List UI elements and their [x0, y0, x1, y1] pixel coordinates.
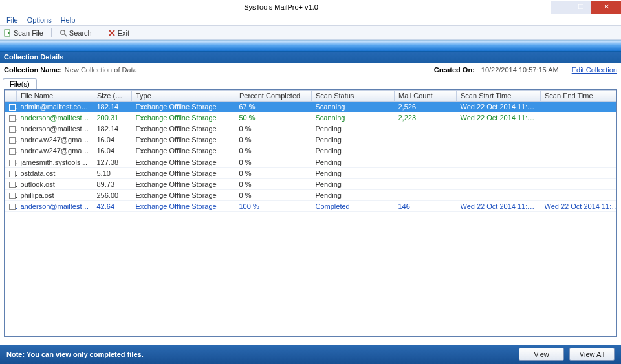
cell: Pending — [312, 123, 395, 134]
cell: Exchange Offline Storage — [132, 134, 235, 145]
cell: 0 % — [235, 123, 312, 134]
col-percent[interactable]: Percent Completed — [235, 91, 312, 102]
cell — [5, 200, 17, 211]
window-title: SysTools MailPro+ v1.0 — [12, 3, 550, 11]
col-start-time[interactable]: Scan Start Time — [457, 91, 541, 102]
row-checkbox[interactable] — [9, 137, 16, 144]
cell: Scanning — [312, 102, 395, 112]
cell — [541, 134, 618, 145]
row-checkbox[interactable] — [9, 204, 16, 210]
col-type[interactable]: Type — [132, 91, 235, 102]
cell: Pending — [312, 167, 395, 178]
section-header: Collection Details — [0, 52, 621, 63]
row-checkbox[interactable] — [9, 182, 16, 188]
cell — [541, 156, 618, 167]
cell — [5, 178, 17, 189]
scan-file-button[interactable]: Scan File — [4, 29, 43, 37]
col-scan-status[interactable]: Scan Status — [312, 91, 395, 102]
cell — [5, 112, 17, 123]
table-row[interactable]: anderson@mailtest.com.ost182.14Exchange … — [5, 123, 618, 134]
table-row[interactable]: anderson@mailtest.com.ost42.64Exchange O… — [5, 200, 618, 211]
cell — [5, 102, 17, 112]
decorative-bar — [0, 40, 621, 52]
cell: andreww247@gmail.com(2)... — [17, 134, 93, 145]
cell: Exchange Offline Storage — [132, 189, 235, 200]
col-file-name[interactable]: File Name — [17, 91, 93, 102]
cell — [395, 167, 457, 178]
table-row[interactable]: anderson@mailtest.com - an...200.31Excha… — [5, 112, 618, 123]
cell: 127.38 — [93, 156, 132, 167]
cell: 67 % — [235, 102, 312, 112]
minimize-button[interactable]: — — [551, 1, 571, 14]
search-label: Search — [69, 29, 92, 37]
cell — [395, 189, 457, 200]
cell: 2,526 — [395, 102, 457, 112]
cell — [395, 178, 457, 189]
table-row[interactable]: andreww247@gmail.com.ost16.04Exchange Of… — [5, 145, 618, 156]
toolbar: Scan File Search Exit — [0, 26, 621, 40]
svg-point-1 — [61, 30, 65, 34]
column-header-row[interactable]: File Name Size (MB) Type Percent Complet… — [5, 91, 618, 102]
exit-button[interactable]: Exit — [108, 29, 129, 37]
created-on-label: Created On: — [434, 66, 475, 74]
tab-files[interactable]: File(s) — [3, 78, 37, 89]
menu-file[interactable]: File — [6, 16, 18, 24]
menu-help[interactable]: Help — [61, 16, 76, 24]
cell — [541, 189, 618, 200]
col-checkbox[interactable] — [5, 91, 17, 102]
app-icon: ▾ — [0, 3, 12, 11]
cell: admin@mailtest.com.ost — [17, 102, 93, 112]
view-button[interactable]: View — [519, 348, 564, 361]
cell: 50 % — [235, 112, 312, 123]
cell: 0 % — [235, 145, 312, 156]
cell: andreww247@gmail.com.ost — [17, 145, 93, 156]
scan-file-icon — [4, 29, 12, 37]
cell: Pending — [312, 189, 395, 200]
table-row[interactable]: jamesmith.systools@gmail.c...127.38Excha… — [5, 156, 618, 167]
menu-options[interactable]: Options — [27, 16, 52, 24]
toolbar-separator — [100, 28, 100, 37]
row-checkbox[interactable] — [9, 171, 16, 177]
cell: anderson@mailtest.com.ost — [17, 123, 93, 134]
cell: 0 % — [235, 178, 312, 189]
row-checkbox[interactable] — [9, 126, 16, 133]
row-checkbox[interactable] — [9, 193, 16, 199]
svg-line-2 — [64, 34, 67, 36]
titlebar[interactable]: ▾ SysTools MailPro+ v1.0 — ☐ ✕ — [0, 0, 621, 14]
collection-info-row: Collection Name: New Collection of Data … — [0, 63, 621, 76]
row-checkbox[interactable] — [9, 160, 16, 166]
search-button[interactable]: Search — [60, 29, 92, 37]
table-row[interactable]: outlook.ost89.73Exchange Offline Storage… — [5, 178, 618, 189]
cell: Wed 22 Oct 2014 11:28:58 AM — [457, 102, 541, 112]
collection-name-label: Collection Name: — [4, 66, 62, 74]
cell: Exchange Offline Storage — [132, 145, 235, 156]
cell — [395, 145, 457, 156]
table-row[interactable]: andreww247@gmail.com(2)...16.04Exchange … — [5, 134, 618, 145]
maximize-button[interactable]: ☐ — [571, 1, 591, 14]
table-row[interactable]: admin@mailtest.com.ost182.14Exchange Off… — [5, 102, 618, 112]
table-row[interactable]: ostdata.ost5.10Exchange Offline Storage0… — [5, 167, 618, 178]
cell — [457, 156, 541, 167]
search-icon — [60, 29, 67, 37]
cell: 0 % — [235, 134, 312, 145]
file-grid[interactable]: File Name Size (MB) Type Percent Complet… — [4, 89, 617, 337]
close-button[interactable]: ✕ — [591, 1, 621, 14]
row-checkbox[interactable] — [9, 115, 16, 122]
cell — [5, 123, 17, 134]
cell: Pending — [312, 145, 395, 156]
row-checkbox[interactable] — [9, 104, 16, 111]
table-row[interactable]: phillipa.ost256.00Exchange Offline Stora… — [5, 189, 618, 200]
cell: Exchange Offline Storage — [132, 200, 235, 211]
cell — [457, 123, 541, 134]
col-end-time[interactable]: Scan End Time — [541, 91, 618, 102]
col-size[interactable]: Size (MB) — [93, 91, 132, 102]
created-on-value: 10/22/2014 10:57:15 AM — [481, 66, 559, 74]
edit-collection-link[interactable]: Edit Collection — [572, 66, 617, 74]
row-checkbox[interactable] — [9, 148, 16, 155]
col-mail-count[interactable]: Mail Count — [395, 91, 457, 102]
cell — [541, 112, 618, 123]
view-all-button[interactable]: View All — [569, 348, 615, 361]
cell — [457, 167, 541, 178]
cell: Exchange Offline Storage — [132, 123, 235, 134]
menubar: File Options Help — [0, 14, 621, 26]
